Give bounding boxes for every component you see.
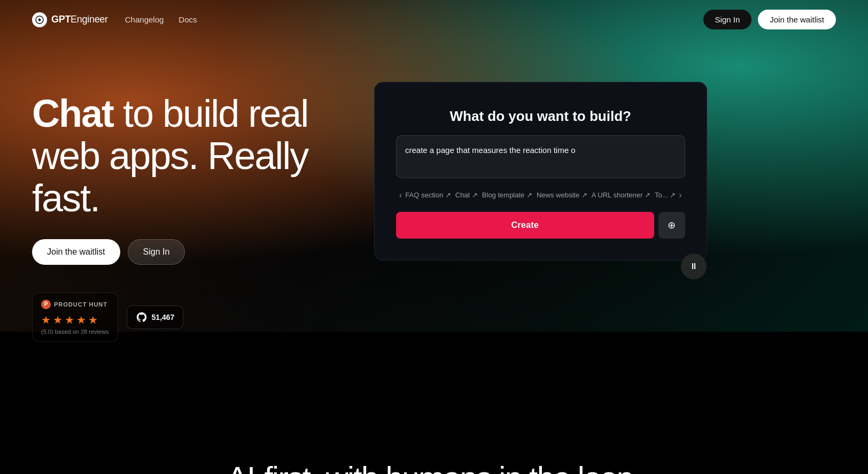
suggestion-news[interactable]: News website ↗ (537, 189, 587, 201)
logo-icon (32, 12, 47, 27)
ph-header: P PRODUCT HUNT (41, 300, 109, 309)
nav-right: Sign In Join the waitlist (703, 10, 836, 29)
suggestion-todo[interactable]: To... ↗ (655, 189, 676, 201)
app-card-title: What do you want to build? (396, 108, 685, 125)
hero-section: Chat to build real web apps. Really fast… (0, 39, 868, 342)
suggestion-url[interactable]: A URL shortener ↗ (592, 189, 650, 201)
github-icon (136, 311, 148, 323)
star-5: ★ (88, 314, 98, 326)
scroll-left-button[interactable]: ‹ (396, 190, 405, 200)
hero-left: Chat to build real web apps. Really fast… (32, 82, 342, 342)
hero-right: What do you want to build? create a page… (374, 82, 707, 261)
ph-reviews: (5.0) based on 28 reviews (41, 328, 109, 335)
suggestion-faq[interactable]: FAQ section ↗ (405, 189, 451, 201)
nav-docs[interactable]: Docs (179, 15, 197, 24)
ph-stars: ★ ★ ★ ★ ★ (41, 314, 109, 326)
suggestion-chat[interactable]: Chat ↗ (455, 189, 478, 201)
hero-buttons: Join the waitlist Sign In (32, 239, 342, 265)
nav-signin-button[interactable]: Sign In (703, 10, 752, 29)
star-3: ★ (65, 314, 74, 326)
suggestion-blog[interactable]: Blog template ↗ (482, 189, 532, 201)
star-4: ★ (76, 314, 86, 326)
bottom-title: AI-first, with humans in the loop. (32, 460, 836, 474)
suggestions-scroll: FAQ section ↗ Chat ↗ Blog template ↗ New… (405, 189, 676, 201)
logo-svg (35, 16, 44, 24)
hero-signin-button[interactable]: Sign In (128, 239, 185, 265)
scroll-right-button[interactable]: › (676, 190, 685, 200)
nav-links: Changelog Docs (125, 15, 197, 24)
logo-text: GPTEngineer (51, 14, 108, 25)
star-2: ★ (53, 314, 63, 326)
hero-waitlist-button[interactable]: Join the waitlist (32, 239, 120, 265)
logo[interactable]: GPTEngineer (32, 12, 108, 27)
ph-logo: P (41, 300, 51, 309)
settings-button[interactable]: ⊕ (658, 212, 685, 239)
nav-changelog[interactable]: Changelog (125, 15, 164, 24)
pause-button[interactable]: ⏸ (681, 254, 707, 279)
settings-icon: ⊕ (668, 219, 676, 231)
bottom-section: AI-first, with humans in the loop. (0, 395, 868, 474)
app-card: What do you want to build? create a page… (374, 82, 707, 261)
prompt-textarea[interactable]: create a page that measures the reaction… (396, 135, 685, 178)
hero-title: Chat to build real web apps. Really fast… (32, 93, 342, 220)
ph-name: PRODUCT HUNT (54, 301, 107, 308)
social-proof: P PRODUCT HUNT ★ ★ ★ ★ ★ (5.0) based on … (32, 293, 342, 342)
suggestions-row: ‹ FAQ section ↗ Chat ↗ Blog template ↗ N… (396, 189, 685, 201)
github-count: 51,467 (152, 313, 175, 322)
nav-waitlist-button[interactable]: Join the waitlist (758, 10, 836, 29)
pause-icon: ⏸ (689, 262, 698, 271)
create-row: Create ⊕ (396, 212, 685, 239)
product-hunt-badge: P PRODUCT HUNT ★ ★ ★ ★ ★ (5.0) based on … (32, 293, 118, 342)
navbar: GPTEngineer Changelog Docs Sign In Join … (0, 0, 868, 39)
nav-left: GPTEngineer Changelog Docs (32, 12, 197, 27)
star-1: ★ (41, 314, 51, 326)
create-button[interactable]: Create (396, 212, 654, 239)
github-badge[interactable]: 51,467 (127, 305, 184, 329)
